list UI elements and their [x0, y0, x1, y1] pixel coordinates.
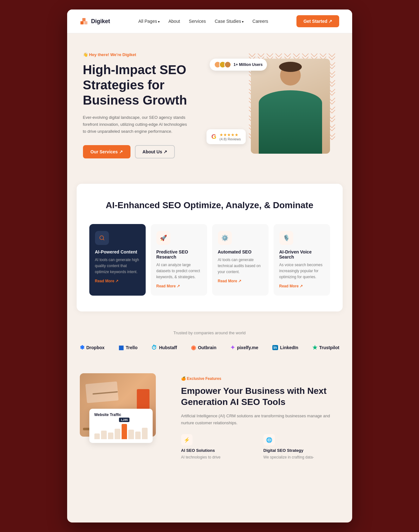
card-desc-3: As voice search becomes increasingly pop…	[279, 262, 324, 280]
logo-linkedin: in LinkedIn	[272, 345, 298, 350]
feature-ai-seo: ⚡ AI SEO Solutions AI technologies to dr…	[181, 434, 257, 460]
card-icon-3: 🎙️	[279, 231, 293, 245]
logo-trello: ▦ Trello	[118, 344, 137, 351]
bar-value: 1,285	[119, 418, 130, 422]
card-seo-research: 🚀 Predictive SEO Research AI can analyze…	[151, 224, 207, 296]
feature-grid: ⚡ AI SEO Solutions AI technologies to dr…	[181, 434, 340, 460]
card-link-2[interactable]: Read More ↗	[218, 279, 242, 283]
nav-careers[interactable]: Careers	[252, 18, 268, 24]
bar-highlight: 1,285	[122, 424, 127, 439]
svg-rect-2	[82, 18, 86, 21]
bar-6	[128, 430, 134, 439]
logos-row: ❄ Dropbox ▦ Trello ⏱ Hubstaff ◉ Outbrain…	[80, 344, 340, 351]
feature-desc-0: AI technologies to drive	[181, 454, 257, 460]
feature-digital-strategy: 🌐 Digital SEO Strategy We specialize in …	[263, 434, 340, 460]
nav-services[interactable]: Services	[189, 18, 206, 24]
hero-section: 👋 Hey there! We're Digiket High-Impact S…	[67, 33, 352, 174]
pixelfy-icon: ✦	[230, 344, 235, 351]
card-link-1[interactable]: Read More ↗	[156, 284, 180, 288]
ai-section-title: AI-Enhanced SEO Optimize, Analyze, & Dom…	[89, 200, 330, 211]
card-link-3[interactable]: Read More ↗	[279, 284, 303, 288]
hero-right: 1+ Million Users G ★★★★★ (4.8) Reviews	[229, 52, 336, 154]
card-icon-1: 🚀	[156, 231, 170, 245]
logo-pixelfy: ✦ pixelfy.me	[230, 344, 258, 351]
logo-trustpilot: ★ Trustpilot	[312, 344, 340, 351]
page-wrapper: Digiket All Pages About Services Case St…	[67, 10, 352, 522]
card-title-1: Predictive SEO Research	[156, 249, 201, 260]
card-ai-content: AI-Powered Content AI tools can generate…	[89, 224, 146, 296]
empower-section: Website Traffic 1,285 🍊 Exclusive Featur…	[67, 367, 352, 479]
trusted-section: Trusted by companies around the world ❄ …	[67, 321, 352, 367]
card-title-3: AI-Driven Voice Search	[279, 249, 324, 260]
svg-rect-1	[84, 21, 87, 24]
card-link-0[interactable]: Read More ↗	[95, 279, 119, 283]
traffic-card: Website Traffic 1,285	[89, 409, 153, 443]
outbrain-icon: ◉	[191, 344, 196, 351]
linkedin-icon: in	[272, 345, 278, 350]
hero-title: High-Impact SEO Strategies for Business …	[83, 62, 216, 108]
bar-8	[142, 428, 148, 439]
trusted-title: Trusted by companies around the world	[80, 330, 340, 335]
hero-person-image	[251, 59, 330, 154]
navbar: Digiket All Pages About Services Case St…	[67, 10, 352, 33]
hero-buttons: Our Services ↗ About Us ↗	[83, 145, 216, 158]
dropbox-icon: ❄	[80, 344, 85, 351]
bar-3	[108, 433, 114, 439]
users-count: 1+ Million Users	[234, 62, 263, 67]
logo: Digiket	[80, 17, 110, 26]
bar-2	[101, 431, 107, 439]
svg-rect-0	[80, 21, 84, 24]
our-services-button[interactable]: Our Services ↗	[83, 145, 130, 158]
feature-desc-1: We specialize in crafting data-	[263, 454, 340, 460]
card-desc-1: AI can analyze large datasets to predict…	[156, 262, 201, 280]
card-voice-search: 🎙️ AI-Driven Voice Search As voice searc…	[274, 224, 330, 296]
card-automated-seo: ⚙️ Automated SEO AI tools can generate t…	[212, 224, 269, 296]
ai-section: AI-Enhanced SEO Optimize, Analyze, & Dom…	[77, 184, 343, 311]
hero-description: Ever-evolving digital landscape, our SEO…	[83, 114, 191, 135]
google-rating-info: ★★★★★ (4.8) Reviews	[219, 132, 241, 141]
empower-tag: 🍊 Exclusive Features	[181, 376, 340, 381]
card-title-2: Automated SEO	[218, 249, 263, 254]
card-desc-2: AI tools can generate technical audits b…	[218, 257, 263, 275]
nav-about[interactable]: About	[168, 18, 180, 24]
about-us-button[interactable]: About Us ↗	[135, 145, 175, 158]
feature-name-0: AI SEO Solutions	[181, 448, 257, 453]
svg-line-5	[103, 239, 104, 240]
hero-left: 👋 Hey there! We're Digiket High-Impact S…	[83, 52, 216, 158]
nav-case-studies[interactable]: Case Studies	[215, 18, 244, 24]
empower-image-area: Website Traffic 1,285	[80, 373, 168, 437]
review-label: (4.8) Reviews	[219, 137, 241, 141]
get-started-button[interactable]: Get Started ↗	[296, 15, 339, 27]
nav-links: All Pages About Services Case Studies Ca…	[138, 18, 268, 24]
empower-right: 🍊 Exclusive Features Empower Your Busine…	[181, 373, 340, 460]
user-avatars	[214, 61, 231, 68]
trustpilot-icon: ★	[312, 344, 317, 351]
star-rating: ★★★★★	[219, 132, 241, 137]
bar-4	[115, 429, 120, 439]
hero-tag: 👋 Hey there! We're Digiket	[83, 52, 216, 57]
users-badge: 1+ Million Users	[210, 59, 267, 71]
traffic-bar-chart: 1,285	[94, 420, 148, 439]
logo-outbrain: ◉ Outbrain	[191, 344, 216, 351]
cards-grid: AI-Powered Content AI tools can generate…	[89, 224, 330, 296]
hubstaff-icon: ⏱	[151, 344, 157, 351]
brand-name: Digiket	[91, 18, 110, 25]
empower-title: Empower Your Business with Next Generati…	[181, 385, 340, 407]
feature-icon-0: ⚡	[181, 434, 193, 445]
feature-icon-1: 🌐	[263, 434, 275, 445]
logo-hubstaff: ⏱ Hubstaff	[151, 344, 177, 351]
card-desc-0: AI tools can generate high quality conte…	[95, 257, 140, 275]
trello-icon: ▦	[118, 344, 124, 351]
feature-name-1: Digital SEO Strategy	[263, 448, 340, 453]
logo-dropbox: ❄ Dropbox	[80, 344, 105, 351]
bar-1	[94, 433, 100, 439]
logo-icon	[80, 17, 89, 26]
avatar	[224, 61, 231, 68]
card-icon-0	[95, 231, 109, 245]
card-icon-2: ⚙️	[218, 231, 232, 245]
bar-7	[135, 432, 141, 439]
card-title-0: AI-Powered Content	[95, 249, 140, 254]
nav-all-pages[interactable]: All Pages	[138, 18, 160, 24]
traffic-card-title: Website Traffic	[94, 413, 148, 417]
empower-desc: Artificial Intelligence (AI) CRM solutio…	[181, 413, 340, 426]
